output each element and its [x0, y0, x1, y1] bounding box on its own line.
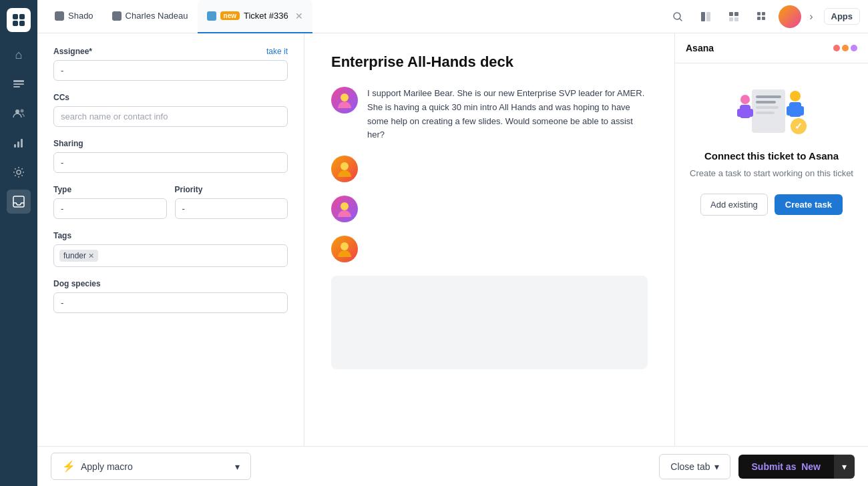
svg-rect-23	[757, 17, 761, 20]
assignee-label: Assignee*	[53, 47, 92, 56]
svg-rect-31	[756, 101, 776, 103]
type-priority-row: Type Priority	[53, 185, 288, 231]
tags-field: Tags funder ✕	[53, 231, 288, 267]
dog-species-field: Dog species	[53, 279, 288, 313]
connect-title: Connect this ticket to Asana	[704, 150, 839, 162]
tab-shado[interactable]: Shado	[45, 0, 103, 33]
svg-point-25	[341, 93, 349, 101]
center-panel: Enterprise All-Hands deck I support Mari…	[304, 33, 674, 446]
svg-point-27	[341, 202, 349, 210]
priority-input[interactable]	[175, 198, 288, 219]
assignee-input[interactable]	[53, 60, 288, 81]
svg-rect-0	[13, 14, 18, 19]
svg-point-38	[740, 95, 750, 104]
svg-rect-15	[701, 12, 705, 21]
logo[interactable]	[7, 8, 31, 32]
chevron-right-icon[interactable]: ›	[807, 8, 815, 25]
tag-funder: funder ✕	[59, 250, 98, 262]
ccs-field: CCs	[53, 93, 288, 127]
apply-macro-label: Apply macro	[81, 461, 133, 472]
submit-dropdown-button[interactable]: ▾	[834, 455, 855, 479]
view-mode-button[interactable]	[694, 5, 717, 28]
svg-rect-24	[762, 17, 765, 20]
svg-rect-37	[799, 106, 804, 115]
asana-illustration: ✓	[732, 79, 812, 140]
users-icon[interactable]	[7, 101, 31, 126]
tag-funder-remove[interactable]: ✕	[88, 252, 94, 260]
split-view-button[interactable]	[722, 5, 745, 28]
svg-rect-21	[757, 12, 761, 15]
connect-section: ✓ Connect this ticket to Asana Create a …	[675, 63, 868, 232]
tags-container[interactable]: funder ✕	[53, 244, 288, 267]
charles-tab-icon	[112, 11, 122, 21]
sidebar: ⌂	[0, 0, 37, 486]
tab-shado-label: Shado	[68, 11, 93, 21]
sharing-label: Sharing	[53, 139, 83, 148]
apps-grid-button[interactable]	[750, 5, 773, 28]
lightning-icon: ⚡	[62, 460, 75, 473]
create-task-button[interactable]: Create task	[775, 194, 843, 215]
svg-rect-20	[734, 17, 738, 21]
tab-ticket336-label: Ticket #336	[244, 11, 288, 21]
tickets-icon[interactable]	[7, 72, 31, 96]
tags-label: Tags	[53, 231, 71, 240]
type-input[interactable]	[53, 198, 167, 219]
svg-rect-5	[13, 83, 24, 85]
svg-rect-40	[737, 109, 742, 117]
asana-dot-purple	[851, 45, 857, 51]
svg-point-12	[17, 170, 21, 174]
tab-charles-label: Charles Nadeau	[126, 11, 188, 21]
connect-actions: Add existing Create task	[700, 194, 843, 216]
svg-rect-17	[729, 12, 733, 16]
type-field: Type	[53, 185, 167, 219]
composer-area[interactable]	[331, 276, 648, 369]
message-1: I support Marilee Bear. She is our new E…	[331, 87, 648, 142]
sharing-input[interactable]	[53, 152, 288, 173]
apply-macro-button[interactable]: ⚡ Apply macro ▾	[51, 453, 251, 480]
svg-rect-9	[14, 144, 16, 148]
submit-main-button[interactable]: Submit as New	[738, 455, 834, 479]
topbar-right: › Apps	[666, 5, 860, 28]
sharing-field: Sharing	[53, 139, 288, 173]
avatar-2	[331, 156, 358, 182]
inbox-icon[interactable]	[7, 190, 31, 214]
message-2	[331, 156, 648, 182]
take-it-link[interactable]: take it	[266, 47, 288, 56]
dog-species-label: Dog species	[53, 279, 101, 288]
search-button[interactable]	[666, 5, 689, 28]
svg-rect-4	[13, 80, 24, 82]
ccs-input[interactable]	[53, 106, 288, 127]
svg-rect-18	[734, 12, 738, 16]
assignee-field: Assignee* take it	[53, 47, 288, 81]
svg-point-26	[341, 162, 349, 170]
dog-species-input[interactable]	[53, 292, 288, 313]
tab-close-icon[interactable]: ✕	[295, 11, 303, 21]
avatar-3	[331, 196, 358, 222]
avatar-1	[331, 87, 358, 113]
svg-point-28	[341, 242, 349, 250]
svg-rect-19	[729, 17, 733, 21]
ticket-title: Enterprise All-Hands deck	[331, 53, 648, 71]
bottom-bar: ⚡ Apply macro ▾ Close tab ▾ Submit as Ne…	[37, 446, 868, 486]
tab-charles[interactable]: Charles Nadeau	[103, 0, 198, 33]
connect-desc: Create a task to start working on this t…	[690, 167, 853, 180]
user-avatar[interactable]	[779, 5, 801, 28]
reports-icon[interactable]	[7, 131, 31, 155]
asana-dot-red	[833, 45, 840, 51]
close-tab-button[interactable]: Close tab ▾	[659, 454, 730, 479]
settings-icon[interactable]	[7, 160, 31, 184]
svg-rect-41	[748, 109, 753, 117]
tab-ticket336[interactable]: new Ticket #336 ✕	[198, 0, 312, 33]
type-label: Type	[53, 185, 71, 194]
add-existing-button[interactable]: Add existing	[700, 194, 768, 216]
priority-label: Priority	[175, 185, 203, 194]
right-panel: Asana	[674, 33, 868, 446]
svg-text:✓: ✓	[795, 121, 803, 132]
message-1-body: I support Marilee Bear. She is our new E…	[367, 87, 648, 142]
close-tab-label: Close tab	[670, 461, 710, 472]
shado-tab-icon	[55, 11, 64, 21]
home-icon[interactable]: ⌂	[7, 43, 31, 67]
apps-button[interactable]: Apps	[824, 8, 861, 25]
svg-rect-30	[756, 95, 781, 98]
svg-rect-10	[17, 142, 19, 148]
